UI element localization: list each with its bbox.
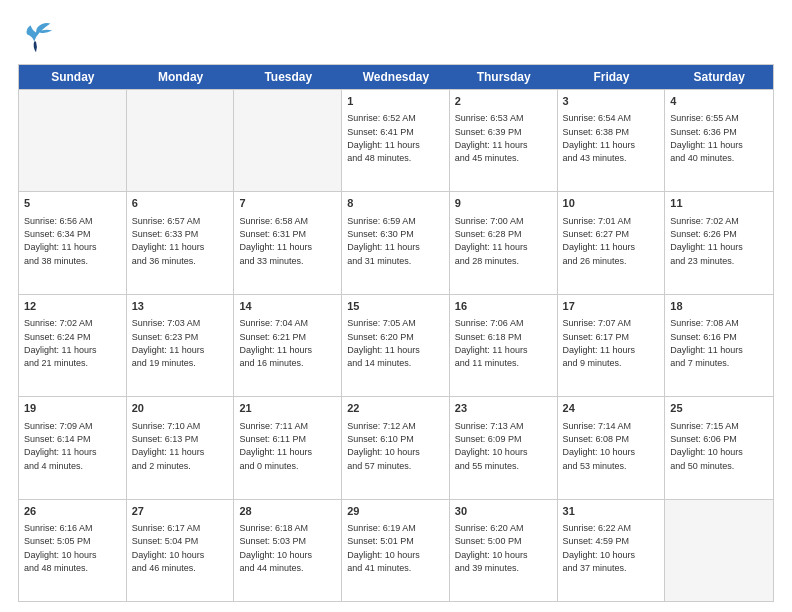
weekday-header: Wednesday xyxy=(342,65,450,89)
day-info: Sunrise: 6:16 AM Sunset: 5:05 PM Dayligh… xyxy=(24,523,97,573)
day-cell-16: 16Sunrise: 7:06 AM Sunset: 6:18 PM Dayli… xyxy=(450,295,558,396)
empty-cell xyxy=(127,90,235,191)
calendar-row: 19Sunrise: 7:09 AM Sunset: 6:14 PM Dayli… xyxy=(19,396,773,498)
day-info: Sunrise: 6:55 AM Sunset: 6:36 PM Dayligh… xyxy=(670,113,743,163)
calendar-row: 12Sunrise: 7:02 AM Sunset: 6:24 PM Dayli… xyxy=(19,294,773,396)
day-info: Sunrise: 6:54 AM Sunset: 6:38 PM Dayligh… xyxy=(563,113,636,163)
weekday-header: Monday xyxy=(127,65,235,89)
calendar-row: 1Sunrise: 6:52 AM Sunset: 6:41 PM Daylig… xyxy=(19,89,773,191)
day-number: 6 xyxy=(132,196,229,211)
day-number: 29 xyxy=(347,504,444,519)
day-info: Sunrise: 7:02 AM Sunset: 6:24 PM Dayligh… xyxy=(24,318,97,368)
empty-cell xyxy=(665,500,773,601)
day-number: 16 xyxy=(455,299,552,314)
day-number: 8 xyxy=(347,196,444,211)
day-info: Sunrise: 6:19 AM Sunset: 5:01 PM Dayligh… xyxy=(347,523,420,573)
weekday-header: Friday xyxy=(558,65,666,89)
day-number: 20 xyxy=(132,401,229,416)
day-number: 2 xyxy=(455,94,552,109)
calendar-body: 1Sunrise: 6:52 AM Sunset: 6:41 PM Daylig… xyxy=(19,89,773,601)
day-info: Sunrise: 7:15 AM Sunset: 6:06 PM Dayligh… xyxy=(670,421,743,471)
day-number: 11 xyxy=(670,196,768,211)
day-number: 4 xyxy=(670,94,768,109)
day-number: 26 xyxy=(24,504,121,519)
day-number: 22 xyxy=(347,401,444,416)
day-info: Sunrise: 7:14 AM Sunset: 6:08 PM Dayligh… xyxy=(563,421,636,471)
day-cell-14: 14Sunrise: 7:04 AM Sunset: 6:21 PM Dayli… xyxy=(234,295,342,396)
day-cell-29: 29Sunrise: 6:19 AM Sunset: 5:01 PM Dayli… xyxy=(342,500,450,601)
logo xyxy=(18,18,56,54)
day-cell-30: 30Sunrise: 6:20 AM Sunset: 5:00 PM Dayli… xyxy=(450,500,558,601)
calendar-header: SundayMondayTuesdayWednesdayThursdayFrid… xyxy=(19,65,773,89)
day-info: Sunrise: 7:13 AM Sunset: 6:09 PM Dayligh… xyxy=(455,421,528,471)
day-number: 1 xyxy=(347,94,444,109)
day-info: Sunrise: 6:52 AM Sunset: 6:41 PM Dayligh… xyxy=(347,113,420,163)
day-info: Sunrise: 7:04 AM Sunset: 6:21 PM Dayligh… xyxy=(239,318,312,368)
day-info: Sunrise: 7:06 AM Sunset: 6:18 PM Dayligh… xyxy=(455,318,528,368)
day-info: Sunrise: 7:00 AM Sunset: 6:28 PM Dayligh… xyxy=(455,216,528,266)
day-info: Sunrise: 6:53 AM Sunset: 6:39 PM Dayligh… xyxy=(455,113,528,163)
day-info: Sunrise: 6:18 AM Sunset: 5:03 PM Dayligh… xyxy=(239,523,312,573)
day-cell-25: 25Sunrise: 7:15 AM Sunset: 6:06 PM Dayli… xyxy=(665,397,773,498)
day-cell-21: 21Sunrise: 7:11 AM Sunset: 6:11 PM Dayli… xyxy=(234,397,342,498)
day-cell-19: 19Sunrise: 7:09 AM Sunset: 6:14 PM Dayli… xyxy=(19,397,127,498)
day-number: 23 xyxy=(455,401,552,416)
day-info: Sunrise: 7:02 AM Sunset: 6:26 PM Dayligh… xyxy=(670,216,743,266)
day-number: 19 xyxy=(24,401,121,416)
day-info: Sunrise: 6:20 AM Sunset: 5:00 PM Dayligh… xyxy=(455,523,528,573)
day-number: 3 xyxy=(563,94,660,109)
day-cell-6: 6Sunrise: 6:57 AM Sunset: 6:33 PM Daylig… xyxy=(127,192,235,293)
day-number: 17 xyxy=(563,299,660,314)
day-number: 7 xyxy=(239,196,336,211)
day-number: 15 xyxy=(347,299,444,314)
day-cell-5: 5Sunrise: 6:56 AM Sunset: 6:34 PM Daylig… xyxy=(19,192,127,293)
day-cell-3: 3Sunrise: 6:54 AM Sunset: 6:38 PM Daylig… xyxy=(558,90,666,191)
day-cell-27: 27Sunrise: 6:17 AM Sunset: 5:04 PM Dayli… xyxy=(127,500,235,601)
day-number: 13 xyxy=(132,299,229,314)
day-info: Sunrise: 7:08 AM Sunset: 6:16 PM Dayligh… xyxy=(670,318,743,368)
day-info: Sunrise: 6:22 AM Sunset: 4:59 PM Dayligh… xyxy=(563,523,636,573)
day-number: 27 xyxy=(132,504,229,519)
calendar-row: 26Sunrise: 6:16 AM Sunset: 5:05 PM Dayli… xyxy=(19,499,773,601)
day-cell-15: 15Sunrise: 7:05 AM Sunset: 6:20 PM Dayli… xyxy=(342,295,450,396)
day-cell-10: 10Sunrise: 7:01 AM Sunset: 6:27 PM Dayli… xyxy=(558,192,666,293)
day-info: Sunrise: 6:58 AM Sunset: 6:31 PM Dayligh… xyxy=(239,216,312,266)
day-number: 21 xyxy=(239,401,336,416)
day-info: Sunrise: 7:05 AM Sunset: 6:20 PM Dayligh… xyxy=(347,318,420,368)
day-info: Sunrise: 7:12 AM Sunset: 6:10 PM Dayligh… xyxy=(347,421,420,471)
day-cell-17: 17Sunrise: 7:07 AM Sunset: 6:17 PM Dayli… xyxy=(558,295,666,396)
day-info: Sunrise: 7:10 AM Sunset: 6:13 PM Dayligh… xyxy=(132,421,205,471)
day-info: Sunrise: 6:59 AM Sunset: 6:30 PM Dayligh… xyxy=(347,216,420,266)
day-number: 30 xyxy=(455,504,552,519)
day-cell-20: 20Sunrise: 7:10 AM Sunset: 6:13 PM Dayli… xyxy=(127,397,235,498)
day-info: Sunrise: 6:17 AM Sunset: 5:04 PM Dayligh… xyxy=(132,523,205,573)
day-info: Sunrise: 7:07 AM Sunset: 6:17 PM Dayligh… xyxy=(563,318,636,368)
page: SundayMondayTuesdayWednesdayThursdayFrid… xyxy=(0,0,792,612)
day-cell-22: 22Sunrise: 7:12 AM Sunset: 6:10 PM Dayli… xyxy=(342,397,450,498)
day-info: Sunrise: 7:09 AM Sunset: 6:14 PM Dayligh… xyxy=(24,421,97,471)
day-info: Sunrise: 7:03 AM Sunset: 6:23 PM Dayligh… xyxy=(132,318,205,368)
day-cell-28: 28Sunrise: 6:18 AM Sunset: 5:03 PM Dayli… xyxy=(234,500,342,601)
day-number: 5 xyxy=(24,196,121,211)
day-info: Sunrise: 6:57 AM Sunset: 6:33 PM Dayligh… xyxy=(132,216,205,266)
day-number: 14 xyxy=(239,299,336,314)
day-number: 25 xyxy=(670,401,768,416)
logo-icon xyxy=(18,18,54,54)
day-cell-9: 9Sunrise: 7:00 AM Sunset: 6:28 PM Daylig… xyxy=(450,192,558,293)
day-number: 12 xyxy=(24,299,121,314)
day-cell-31: 31Sunrise: 6:22 AM Sunset: 4:59 PM Dayli… xyxy=(558,500,666,601)
day-cell-2: 2Sunrise: 6:53 AM Sunset: 6:39 PM Daylig… xyxy=(450,90,558,191)
day-number: 18 xyxy=(670,299,768,314)
day-number: 31 xyxy=(563,504,660,519)
day-cell-11: 11Sunrise: 7:02 AM Sunset: 6:26 PM Dayli… xyxy=(665,192,773,293)
weekday-header: Tuesday xyxy=(234,65,342,89)
weekday-header: Thursday xyxy=(450,65,558,89)
day-number: 24 xyxy=(563,401,660,416)
empty-cell xyxy=(234,90,342,191)
day-cell-4: 4Sunrise: 6:55 AM Sunset: 6:36 PM Daylig… xyxy=(665,90,773,191)
day-number: 28 xyxy=(239,504,336,519)
day-cell-18: 18Sunrise: 7:08 AM Sunset: 6:16 PM Dayli… xyxy=(665,295,773,396)
empty-cell xyxy=(19,90,127,191)
day-cell-8: 8Sunrise: 6:59 AM Sunset: 6:30 PM Daylig… xyxy=(342,192,450,293)
day-cell-24: 24Sunrise: 7:14 AM Sunset: 6:08 PM Dayli… xyxy=(558,397,666,498)
